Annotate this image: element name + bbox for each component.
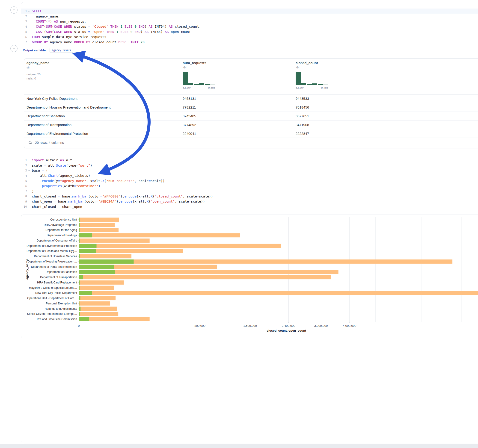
bar-closed_count: [79, 317, 150, 321]
table-row[interactable]: Department of Transportation377489234719…: [24, 120, 478, 129]
code-line[interactable]: 3 COUNT(*) AS num_requests,: [21, 19, 478, 24]
category-label: Department for the Aging: [45, 228, 77, 232]
table-cell: 2222847: [296, 129, 309, 138]
line-number: 3: [21, 169, 27, 172]
table-cell: 9443533: [296, 94, 309, 103]
bar-open_count: [79, 244, 97, 248]
hist-max-label: 9.4e6: [321, 86, 328, 89]
table-cell: 3677651: [296, 112, 309, 120]
category-label: Department of Environmental Protection: [26, 244, 77, 248]
bar-closed_count: [79, 291, 478, 295]
bar-chart: Correspondence UnitDHS Advantage Program…: [21, 215, 478, 338]
code-line[interactable]: 7): [21, 188, 478, 193]
code-line[interactable]: 8chart_closed = base.mark_bar(color="#FF…: [21, 194, 478, 199]
category-label: New York City Police Department: [35, 291, 77, 294]
bar-closed_count: [79, 280, 124, 285]
code-line[interactable]: 5 .encode(y="agency_name", x=alt.X("num_…: [21, 178, 478, 183]
table-cell: 2240041: [183, 129, 196, 138]
python-code-editor[interactable]: 1import altair as alt2scale = alt.Scale(…: [21, 158, 478, 209]
code-line[interactable]: 7GROUP BY agency_name ORDER BY closed_co…: [21, 39, 478, 44]
table-row[interactable]: New York City Police Department945313194…: [24, 94, 478, 103]
plus-icon: +: [13, 46, 15, 51]
category-label: Mayorâ€ s Office of Special Enforce…: [29, 286, 77, 289]
table-cell: 3471908: [296, 120, 309, 129]
chart-output-card: Correspondence UnitDHS Advantage Program…: [21, 215, 478, 338]
table-cell: 3774892: [183, 120, 196, 129]
bar-open_count: [79, 296, 80, 300]
line-number: 4: [21, 174, 27, 177]
line-number: 6: [21, 184, 27, 188]
histogram-bar: [296, 72, 301, 85]
table-row[interactable]: Department of Housing Preservation and D…: [24, 103, 478, 112]
chevron-down-icon[interactable]: [27, 10, 31, 12]
bar-open_count: [79, 223, 80, 227]
line-number: 3: [21, 20, 27, 23]
table-row[interactable]: Department of Sanitation37494853677651: [24, 112, 478, 120]
code-line[interactable]: 10chart_closed + chart_open: [21, 204, 478, 209]
add-cell-button[interactable]: +: [10, 6, 18, 14]
code-line[interactable]: 6FROM sample_data.nyc.service_requests: [21, 34, 478, 39]
code-line[interactable]: 2 agency_name,: [21, 14, 478, 19]
histogram-bar: [301, 83, 306, 85]
line-number: 2: [21, 164, 27, 167]
bar-open_count: [79, 291, 92, 295]
bar-closed_count: [79, 296, 115, 300]
search-icon[interactable]: [28, 141, 32, 145]
column-header-agency_name[interactable]: agency_namestrunique: 20nulls: 0: [26, 59, 49, 81]
code-line[interactable]: 1import altair as alt: [21, 158, 478, 163]
line-number: 2: [21, 14, 27, 18]
bar-closed_count: [79, 244, 281, 248]
line-number: 7: [21, 189, 27, 193]
bar-closed_count: [79, 307, 117, 311]
category-label: Department of Housing Preservation …: [27, 260, 77, 263]
bar-open_count: [79, 307, 81, 311]
bar-closed_count: [79, 218, 119, 222]
line-number: 1: [21, 9, 27, 13]
bar-closed_count: [79, 254, 132, 258]
line-number: 6: [21, 35, 27, 39]
bar-open_count: [79, 228, 80, 232]
table-row[interactable]: Department of Environmental Protection22…: [24, 129, 478, 138]
bar-open_count: [79, 275, 83, 279]
category-label: Personal Exemption Unit: [46, 302, 77, 305]
code-line[interactable]: 9chart_open = base.mark_bar(color="#8BC3…: [21, 199, 478, 204]
table-cell: Department of Housing Preservation and D…: [26, 103, 110, 112]
add-cell-button[interactable]: +: [10, 45, 18, 52]
table-shape-label: 20 rows, 4 columns: [35, 141, 64, 144]
x-tick-label: 0: [78, 324, 80, 328]
bar-closed_count: [79, 301, 110, 305]
histogram-bar: [194, 84, 199, 85]
column-header-num_requests[interactable]: num_requestsi6453,3049.5e6: [183, 59, 215, 89]
line-number: 10: [21, 205, 27, 208]
category-label: Department of Transportation: [40, 276, 77, 279]
histogram-bar: [312, 83, 317, 85]
code-line[interactable]: 4 CAST(SUM(CASE WHEN status = 'Closed' T…: [21, 24, 478, 29]
category-label: Taxi and Limousine Commission: [37, 317, 77, 321]
code-line[interactable]: 2scale = alt.Scale(type="sqrt"): [21, 163, 478, 168]
sql-code-editor[interactable]: 1SELECT 2 agency_name,3 COUNT(*) AS num_…: [21, 8, 478, 45]
histogram-bar: [210, 85, 215, 85]
hist-min-label: 53,304: [296, 86, 304, 89]
line-number: 1: [21, 159, 27, 162]
bar-closed_count: [79, 286, 114, 290]
table-cell: 7618456: [296, 103, 309, 112]
output-variable-row: Output variable: agency_tickets: [23, 47, 73, 53]
column-header-closed_count[interactable]: closed_counti6453,3049.4e6: [296, 59, 328, 89]
bar-closed_count: [79, 223, 115, 227]
histogram: [183, 71, 215, 85]
code-line[interactable]: 1SELECT: [21, 8, 478, 14]
code-line[interactable]: 6 .properties(width="container"): [21, 183, 478, 188]
code-line[interactable]: 3base = (: [21, 168, 478, 173]
x-tick-label: 800,000: [194, 324, 205, 328]
output-variable-chip[interactable]: agency_tickets: [50, 48, 73, 53]
bar-open_count: [79, 270, 115, 274]
chevron-down-icon[interactable]: [27, 169, 31, 172]
line-number: 9: [21, 200, 27, 203]
code-line[interactable]: 5 CAST(SUM(CASE WHEN status = 'Open' THE…: [21, 29, 478, 34]
x-tick-label: 4,000,000: [343, 324, 357, 328]
code-line[interactable]: 4 alt.Chart(agency_tickets): [21, 173, 478, 178]
category-label: Correspondence Unit: [50, 218, 77, 221]
bar-closed_count: [79, 238, 150, 243]
category-label: HRA Benefit Card Replacement: [37, 281, 77, 284]
histogram: [296, 71, 328, 85]
